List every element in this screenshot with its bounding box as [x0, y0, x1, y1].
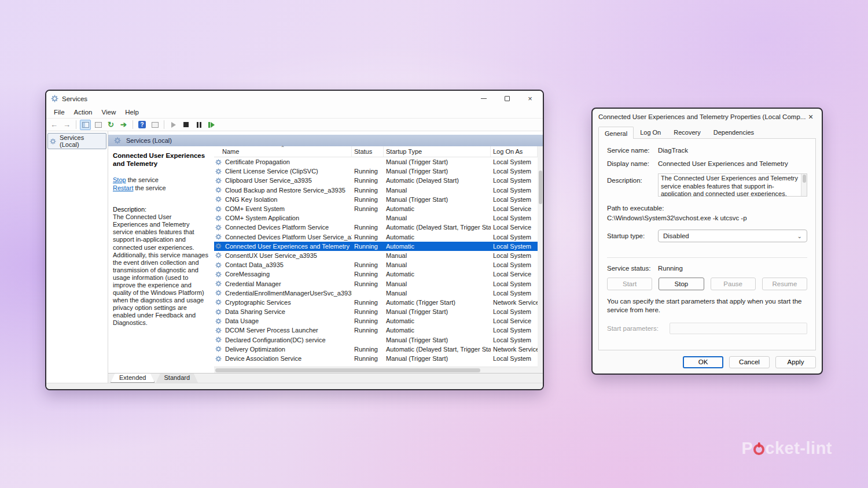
service-row[interactable]: ConsentUX User Service_a3935ManualLocal … — [214, 251, 538, 260]
service-status: Running — [352, 271, 384, 278]
service-gear-icon — [215, 168, 223, 175]
service-name: Data Usage — [225, 317, 259, 324]
menu-action[interactable]: Action — [70, 108, 97, 116]
service-row[interactable]: Delivery OptimizationRunningAutomatic (D… — [214, 345, 538, 354]
service-startup-type: Manual — [384, 252, 491, 259]
menu-file[interactable]: File — [50, 108, 69, 116]
minimize-icon[interactable] — [479, 94, 488, 103]
ok-button[interactable]: OK — [683, 356, 723, 368]
back-icon[interactable]: ← — [49, 120, 60, 130]
service-row[interactable]: Cloud Backup and Restore Service_a3935Ru… — [214, 186, 538, 195]
maximize-icon[interactable] — [502, 94, 512, 103]
tab-general[interactable]: General — [598, 127, 634, 139]
column-header-name[interactable]: ⌃ Name — [214, 146, 352, 157]
pause-service-icon[interactable] — [193, 120, 204, 130]
service-row[interactable]: Contact Data_a3935RunningManualLocal Sys… — [214, 260, 538, 269]
stop-service-link[interactable]: Stop — [113, 176, 126, 183]
service-row[interactable]: Data UsageRunningAutomaticLocal Service — [214, 316, 538, 326]
service-startup-type: Automatic (Trigger Start) — [384, 299, 491, 306]
tab-dependencies[interactable]: Dependencies — [707, 126, 760, 138]
stop-button[interactable]: Stop — [659, 278, 704, 290]
apply-button[interactable]: Apply — [775, 356, 816, 368]
tab-log-on[interactable]: Log On — [634, 126, 667, 138]
extended-view-icon[interactable] — [149, 120, 160, 130]
tab-standard[interactable]: Standard — [156, 374, 198, 383]
description-textbox[interactable]: The Connected User Experiences and Telem… — [658, 173, 807, 197]
service-row[interactable]: Client License Service (ClipSVC)RunningM… — [214, 167, 538, 176]
service-row[interactable]: Certificate PropagationManual (Trigger S… — [214, 157, 538, 167]
start-service-icon[interactable] — [168, 120, 179, 130]
tab-recovery[interactable]: Recovery — [667, 126, 707, 138]
service-row[interactable]: Device Association ServiceRunningManual … — [214, 354, 538, 363]
separator — [607, 257, 807, 258]
service-row[interactable]: Connected Devices Platform User Service_… — [214, 232, 538, 242]
service-row[interactable]: COM+ System ApplicationManualLocal Syste… — [214, 213, 538, 223]
service-log-on-as: Local System — [491, 261, 538, 268]
service-row[interactable]: Cryptographic ServicesRunningAutomatic (… — [214, 298, 538, 307]
tab-extended[interactable]: Extended — [111, 374, 155, 383]
service-log-on-as: Local System — [491, 308, 538, 315]
properties-icon[interactable] — [93, 120, 104, 130]
dialog-close-icon[interactable]: × — [806, 112, 816, 121]
service-name: Client License Service (ClipSVC) — [225, 168, 318, 175]
close-icon[interactable]: × — [525, 94, 535, 103]
service-startup-type: Manual (Trigger Start) — [384, 355, 491, 362]
service-startup-type: Automatic — [384, 317, 491, 324]
dialog-titlebar[interactable]: Connected User Experiences and Telemetry… — [593, 109, 822, 125]
service-gear-icon — [215, 158, 223, 165]
service-row[interactable]: Data Sharing ServiceRunningManual (Trigg… — [214, 307, 538, 316]
column-header-log-on-as[interactable]: Log On As — [491, 146, 538, 157]
service-row[interactable]: CredentialEnrollmentManagerUserSvc_a3935… — [214, 289, 538, 298]
service-row[interactable]: DCOM Server Process LauncherRunningAutom… — [214, 326, 538, 335]
service-log-on-as: Local System — [491, 290, 538, 297]
restart-service-icon[interactable] — [206, 120, 217, 130]
pause-button[interactable]: Pause — [711, 278, 756, 290]
service-row[interactable]: CNG Key IsolationRunningManual (Trigger … — [214, 195, 538, 204]
stop-service-icon[interactable] — [181, 120, 192, 130]
service-log-on-as: Local Service — [491, 271, 538, 278]
service-row[interactable]: COM+ Event SystemRunningAutomaticLocal S… — [214, 204, 538, 213]
service-row[interactable]: Connected Devices Platform ServiceRunnin… — [214, 223, 538, 232]
service-status: Running — [352, 205, 384, 212]
service-startup-type: Manual — [384, 215, 491, 221]
forward-icon[interactable]: → — [61, 120, 72, 130]
column-header-startup-type[interactable]: Startup Type — [384, 146, 491, 157]
start-button[interactable]: Start — [607, 278, 652, 290]
service-row[interactable]: Credential ManagerRunningManualLocal Sys… — [214, 279, 538, 288]
menu-help[interactable]: Help — [121, 108, 143, 116]
export-list-icon[interactable]: ➔ — [118, 120, 129, 130]
service-status: Running — [352, 187, 384, 194]
service-row[interactable]: CoreMessagingRunningAutomaticLocal Servi… — [214, 269, 538, 279]
start-parameters-input[interactable] — [670, 323, 807, 334]
help-icon[interactable]: ? — [137, 120, 148, 130]
dialog-buttons: OK Cancel Apply — [593, 350, 822, 374]
services-window-title: Services — [62, 95, 87, 102]
horizontal-scrollbar[interactable] — [214, 367, 538, 373]
refresh-icon[interactable]: ↻ — [105, 120, 116, 130]
service-gear-icon — [215, 177, 223, 184]
tree-item-services-local[interactable]: Services (Local) — [47, 133, 106, 149]
selected-service-title: Connected User Experiences and Telemetry — [113, 151, 208, 168]
service-name: Clipboard User Service_a3935 — [225, 177, 312, 184]
cancel-button[interactable]: Cancel — [729, 356, 770, 368]
service-gear-icon — [215, 261, 223, 268]
description-scrollbar[interactable] — [801, 174, 807, 196]
power-icon — [753, 444, 764, 455]
resume-button[interactable]: Resume — [762, 278, 807, 290]
startup-type-dropdown[interactable]: Disabled ⌄ — [658, 230, 807, 242]
service-gear-icon — [215, 290, 223, 297]
service-name: COM+ Event System — [225, 205, 285, 212]
service-row[interactable]: Clipboard User Service_a3935RunningAutom… — [214, 176, 538, 185]
service-name-value: DiagTrack — [658, 147, 688, 154]
service-row[interactable]: Connected User Experiences and Telemetry… — [214, 242, 538, 251]
service-startup-type: Automatic — [384, 234, 491, 241]
service-row[interactable]: Declared Configuration(DC) serviceManual… — [214, 335, 538, 345]
service-name: Connected Devices Platform Service — [225, 224, 329, 231]
restart-service-link[interactable]: Restart — [113, 184, 133, 191]
menu-view[interactable]: View — [98, 108, 120, 116]
show-console-tree-icon[interactable] — [80, 120, 91, 130]
vertical-scrollbar[interactable] — [538, 146, 543, 373]
column-header-status[interactable]: Status — [352, 146, 384, 157]
services-titlebar[interactable]: Services × — [46, 91, 543, 106]
service-gear-icon — [215, 205, 223, 212]
